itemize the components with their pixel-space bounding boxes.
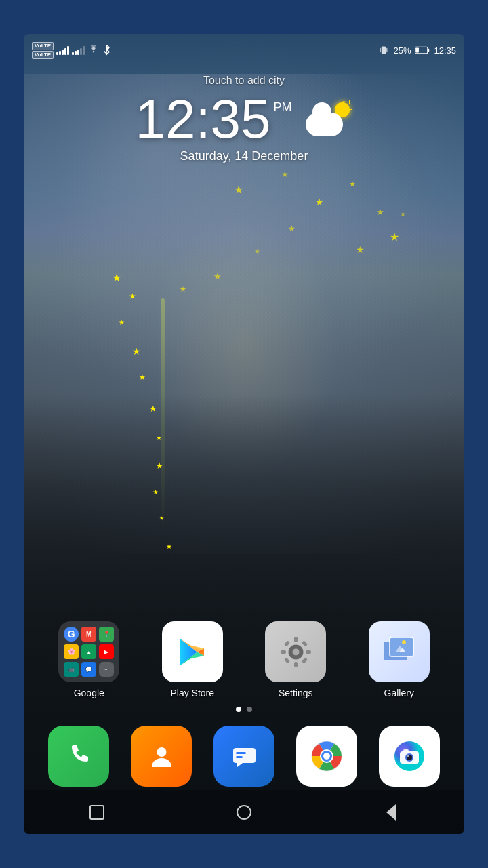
svg-rect-11 [284,640,290,646]
maps-mini: 📍 [99,627,114,642]
clock-time: 12:35 [135,92,270,146]
bar-5 [67,46,69,55]
dock-item-chrome[interactable] [296,726,357,787]
clock-ampm: PM [274,100,292,115]
svg-point-22 [402,640,406,644]
gallery-image-icon [380,633,418,671]
bar-6 [72,52,74,55]
google-folder-icon[interactable]: G M 📍 🌸 ▲ ▶ 📹 💬 ··· [58,621,119,682]
messages-icon[interactable] [214,726,274,787]
photos-mini: 🌸 [64,644,79,659]
bar-1 [56,52,58,55]
back-icon [386,804,396,821]
app-label-settings: Settings [279,688,313,698]
svg-rect-24 [233,748,256,763]
recent-apps-icon [89,805,104,820]
status-bar: VoLTE VoLTE [24,34,464,66]
app-grid: G M 📍 🌸 ▲ ▶ 📹 💬 ··· [24,621,464,698]
signal-bars-1 [56,45,69,55]
app-label-play-store: Play Store [170,688,214,698]
youtube-mini: ▶ [99,644,114,659]
app-item-gallery[interactable]: Gallery [359,621,440,698]
volte-badge-2: VoLTE [32,51,54,59]
duo-mini: 💬 [81,662,96,677]
svg-rect-12 [302,640,308,646]
app-item-google[interactable]: G M 📍 🌸 ▲ ▶ 📹 💬 ··· [48,621,129,698]
status-time: 12:35 [434,45,456,56]
wifi-icon [87,45,100,55]
messages-svg [229,741,260,772]
weather-icon [306,99,353,136]
time-display: 12:35 PM [135,92,291,146]
date-display: Saturday, 14 December [180,149,308,163]
svg-rect-37 [403,749,409,753]
svg-rect-0 [382,46,386,54]
battery-icon [415,46,430,54]
play-store-logo [174,633,211,671]
svg-rect-5 [416,47,420,52]
camera-icon[interactable] [379,726,440,787]
signal-bars-2 [72,45,85,55]
phone-icon[interactable] [48,726,109,787]
contacts-svg [146,741,177,772]
dock-item-messages[interactable] [214,726,274,787]
volte-badge-1: VoLTE [32,42,54,50]
camera-svg [392,738,427,774]
svg-rect-25 [236,752,246,754]
nav-bar [24,790,464,834]
nav-back-button[interactable] [374,795,408,829]
contacts-icon[interactable] [131,726,192,787]
chrome-svg [309,738,344,774]
vibrate-icon [378,45,389,56]
app-label-google: Google [74,688,104,698]
bar-7 [75,51,77,55]
bar-4 [64,48,66,55]
widget-area: Touch to add city 12:35 PM Saturday, 14 … [24,75,464,163]
gallery-icon[interactable] [369,621,430,682]
page-dot-inactive [247,707,252,712]
svg-rect-18 [390,637,413,656]
page-dot-active [236,707,241,712]
svg-rect-2 [386,48,388,52]
google-g-mini: G [64,627,79,642]
dock-item-camera[interactable] [379,726,440,787]
drive-mini: ▲ [81,644,96,659]
app-item-play-store[interactable]: Play Store [152,621,233,698]
sun-ray-3 [349,100,350,104]
bar-8 [77,50,79,55]
status-right: 25% 12:35 [378,45,456,56]
time-weather-row: 12:35 PM [135,92,352,146]
svg-rect-8 [294,662,298,667]
settings-gear-icon [277,633,314,671]
home-icon [237,805,251,820]
phone-screen: ★ ★ ★ ★ ★ ★ ★ ★ ★ ★ ★ ★ ★ ★ ★ ★ ★ ★ ★ ★ … [24,34,464,834]
app-row-1: G M 📍 🌸 ▲ ▶ 📹 💬 ··· [24,621,464,698]
battery-percent: 25% [393,45,411,56]
svg-rect-10 [306,650,311,654]
svg-rect-9 [281,650,286,654]
svg-rect-1 [380,48,382,52]
play-store-icon[interactable] [162,621,223,682]
svg-rect-7 [294,637,298,642]
phone-svg [64,741,94,772]
meet-mini: 📹 [64,662,79,677]
sun-ray-2 [348,108,352,110]
app-item-settings[interactable]: Settings [255,621,336,698]
svg-point-36 [407,755,409,757]
nav-recent-button[interactable] [80,795,114,829]
bar-3 [62,50,64,55]
page-indicator [24,707,464,712]
dock-item-phone[interactable] [48,726,109,787]
settings-icon[interactable] [265,621,326,682]
svg-rect-4 [428,49,429,52]
dock-item-contacts[interactable] [131,726,192,787]
svg-point-31 [323,753,330,760]
chrome-icon[interactable] [296,726,357,787]
more-mini: ··· [99,662,114,677]
bluetooth-icon [102,45,110,56]
nav-home-button[interactable] [227,795,261,829]
cloud-main [306,113,343,136]
add-city-text[interactable]: Touch to add city [203,75,285,87]
svg-rect-26 [236,756,243,758]
svg-rect-14 [302,657,308,663]
